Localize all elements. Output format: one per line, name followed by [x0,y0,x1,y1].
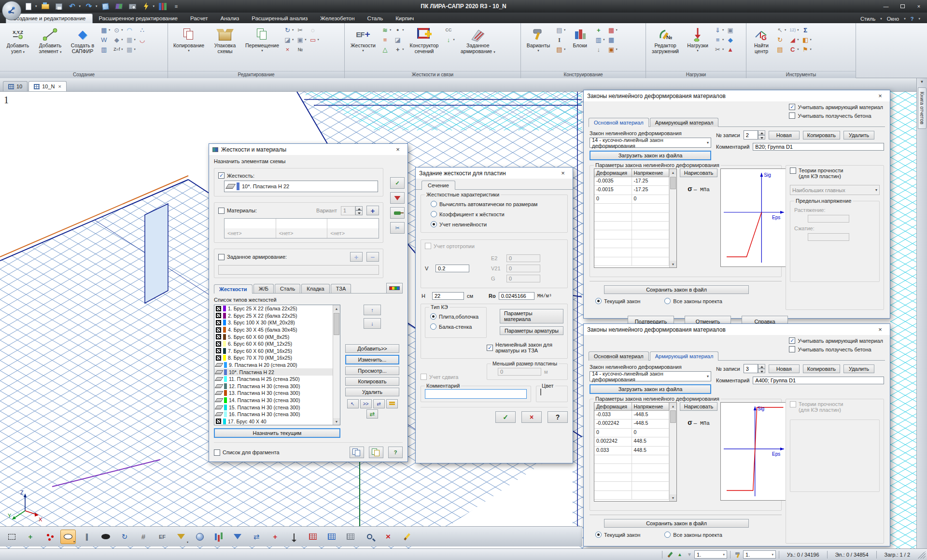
assigned-reinforcement-checkbox[interactable]: Заданное армирование: [218,254,287,260]
tab-reinforcing-material[interactable]: Армирующий материал [650,351,719,361]
ribbon-tab-steel[interactable]: Сталь [361,14,390,23]
cell[interactable] [594,239,632,248]
reinf-remove-button[interactable]: − [366,252,379,262]
reinf-add-button[interactable]: + [350,252,363,262]
report-button[interactable] [369,447,383,458]
maximize-button[interactable] [894,1,911,12]
dialog-close-button[interactable]: × [392,146,404,153]
pin-flag-icon[interactable]: ⚑▾ [801,45,812,54]
list-item[interactable]: 17. Брус 40 X 40 [214,418,333,425]
hammer-icon[interactable] [733,551,743,558]
diagram-tool-icon[interactable] [211,530,226,544]
variants-button[interactable]: Варианты ▾ [523,25,553,53]
frame-red-icon[interactable] [305,530,321,544]
presentation-icon[interactable] [114,1,125,11]
cell[interactable]: -17.25 [632,177,670,186]
list-item[interactable]: 13. Пластина Н 30 (стена 300) [214,390,333,397]
add-type-button[interactable]: Добавить>> [345,344,399,353]
restraints-icon[interactable]: ≋▾ [380,26,392,34]
snapshot-icon[interactable] [127,1,138,11]
exchange-icon[interactable]: ⇄ [249,530,264,544]
radio-all-laws[interactable]: Все законы проекта [664,298,722,304]
refresh-box-icon[interactable]: ↻ [775,35,787,44]
cell[interactable] [594,257,632,266]
scissors-button[interactable]: ✂ [390,222,405,234]
cell[interactable] [632,473,670,482]
brush-button[interactable] [390,207,405,219]
dashed-mesh-icon[interactable]: ▩▾ [125,45,136,54]
record-up-icon[interactable] [758,364,765,369]
scroll-up-icon[interactable]: ▲ [670,403,676,409]
redo-dropdown-icon[interactable]: ▾ [96,4,98,8]
marquee-select-icon[interactable] [4,530,19,544]
dialog-titlebar[interactable]: Жесткости и материалы × [209,144,407,155]
fragment-list-checkbox[interactable]: Список для фрагмента [214,449,280,456]
minimize-button[interactable]: — [878,1,894,12]
cell[interactable]: -0.002242 [594,420,632,428]
list-item[interactable]: 16. Пластина Н 30 (стена 300) [214,411,333,418]
cell[interactable]: 448.5 [632,437,670,446]
delete-red-icon[interactable]: × [380,530,396,544]
cell[interactable] [594,473,632,482]
numbering-tool-icon[interactable]: 12)▾ [788,26,799,34]
cell[interactable]: 0 [632,195,670,204]
strength-theory-checkbox[interactable]: Теории прочности(для КЭ пластин) [790,168,880,179]
sum-loads-icon[interactable]: Σ [801,26,812,34]
ribbon-tab-analysis[interactable]: Анализ [214,14,246,23]
current-stiffness-field[interactable]: 10*. Пластина Н 22 [224,181,378,192]
record-input[interactable] [744,364,758,373]
list-item[interactable]: 11. Пластина Н 25 (стена 250) [214,376,333,383]
help-button[interactable]: ? [388,447,403,458]
node-link-icon[interactable]: +▾ [393,45,404,54]
cell[interactable]: 0 [632,429,670,437]
g-input[interactable] [506,275,540,282]
parallel-sections-icon[interactable]: ∥ [79,530,95,544]
tension-input[interactable] [808,215,849,223]
dialog-titlebar[interactable]: Законы нелинейного деформирования матери… [584,90,890,101]
nonlinear-law-checkbox[interactable]: ✓Нелинейный закон для арматуры из ТЗА [487,342,568,353]
variant-input[interactable] [341,206,355,215]
expand-icon[interactable]: >> [360,399,372,408]
v-input[interactable] [435,265,469,272]
radio-current-law[interactable]: Текущий закон [595,298,640,304]
comment-input[interactable] [753,377,884,384]
cell[interactable]: -448.5 [632,420,670,428]
record-down-icon[interactable] [758,135,765,140]
dialog-close-button[interactable]: × [557,169,569,177]
resize-grip[interactable] [918,551,926,559]
cylinder-surface-icon[interactable]: ⊙▾ [112,26,123,34]
draw-button[interactable]: Нарисовать [680,168,717,177]
cancel-button[interactable]: × [521,411,542,423]
pencil-edit-icon[interactable] [399,530,415,544]
cell[interactable] [632,222,670,230]
cell[interactable]: -17.25 [632,186,670,195]
ro-input[interactable] [499,292,534,300]
cell[interactable]: 0.002242 [594,437,632,446]
ribbon-tab-advanced-edit[interactable]: Расширенное редактирование [93,14,184,23]
dialog-titlebar[interactable]: Законы нелинейного деформирования матери… [584,324,890,335]
filled-ellipse-icon[interactable] [98,530,113,544]
node-scatter-icon[interactable]: ∴ [138,26,147,34]
strength-theory-checkbox[interactable]: Теории прочности(для КЭ пластин) [790,401,880,413]
shear-checkbox[interactable]: Учет сдвига [421,374,482,380]
variant-select[interactable]: 1.▾ [743,550,776,559]
law-combo[interactable]: 14 - кусочно-линейный закон деформирован… [590,138,711,148]
record-input[interactable] [744,130,758,140]
stiffness-tool-icon[interactable]: EF [154,530,170,544]
ribbon-tab-advanced-analysis[interactable]: Расширенный анализ [245,14,314,23]
surface-function-icon[interactable]: Z=f▾ [112,45,123,54]
colorscale-icon[interactable]: ▤ [775,45,787,54]
comment-input[interactable] [753,143,884,151]
cell[interactable]: 448.5 [632,447,670,455]
add-material-button[interactable]: + [366,206,379,215]
list-item[interactable]: 7. Брус 60 X 60 (КМ_16x25) [214,348,333,355]
ok-button[interactable]: ✓ [495,411,516,423]
tab-tza[interactable]: ТЗА [331,284,351,293]
arc-icon[interactable]: ◡ [138,35,147,44]
cell[interactable] [632,482,670,490]
cell[interactable]: 0 [594,429,632,437]
steel-beam-icon[interactable]: I [555,35,566,44]
radio-auto-size[interactable]: Вычислять автоматически по размерам [431,201,563,207]
rotate-view-icon[interactable]: ↻ [117,530,132,544]
rotate-icon[interactable]: ↻▾ [283,26,294,34]
